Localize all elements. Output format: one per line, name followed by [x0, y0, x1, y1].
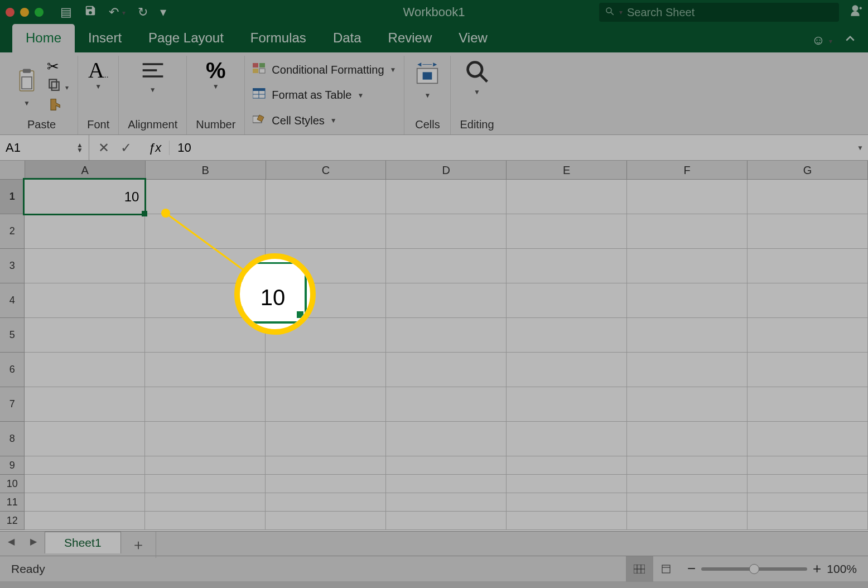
cell-D3[interactable] — [386, 249, 507, 283]
cell-C9[interactable] — [266, 456, 386, 475]
cell-D5[interactable] — [386, 318, 507, 353]
add-sheet-button[interactable]: ＋ — [121, 532, 156, 558]
cell-E5[interactable] — [507, 318, 627, 353]
cell-E3[interactable] — [507, 249, 627, 283]
spreadsheet-grid[interactable]: A B C D E F G 11023456789101112 — [0, 161, 868, 531]
row-header-4[interactable]: 4 — [0, 283, 25, 318]
cell-C10[interactable] — [266, 475, 386, 493]
cell-F1[interactable] — [627, 180, 748, 214]
column-header-A[interactable]: A — [25, 161, 146, 179]
expand-formula-bar-icon[interactable]: ▼ — [852, 144, 868, 152]
formula-input[interactable]: 10 — [170, 141, 852, 155]
cell-G8[interactable] — [748, 422, 868, 456]
zoom-in-button[interactable]: + — [813, 560, 821, 577]
tab-review[interactable]: Review — [375, 24, 446, 52]
cell-C7[interactable] — [266, 387, 386, 422]
cell-D1[interactable] — [386, 180, 507, 214]
copy-icon[interactable]: ▾ — [47, 77, 69, 94]
number-button[interactable]: %▼ — [206, 59, 226, 90]
cell-D11[interactable] — [386, 493, 507, 512]
cell-C6[interactable] — [266, 353, 386, 387]
cancel-formula-icon[interactable]: ✕ — [98, 140, 109, 156]
cell-G10[interactable] — [748, 475, 868, 493]
row-header-2[interactable]: 2 — [0, 214, 25, 249]
zoom-window-icon[interactable] — [35, 8, 44, 17]
zoom-out-button[interactable]: − — [687, 560, 696, 577]
cell-B9[interactable] — [145, 456, 266, 475]
cell-C11[interactable] — [266, 493, 386, 512]
cell-E10[interactable] — [507, 475, 627, 493]
cell-F7[interactable] — [627, 387, 748, 422]
cell-A10[interactable] — [25, 475, 145, 493]
cell-F4[interactable] — [627, 283, 748, 318]
row-header-12[interactable]: 12 — [0, 512, 25, 530]
cell-F9[interactable] — [627, 456, 748, 475]
insert-function-icon[interactable]: ƒx — [141, 141, 170, 155]
emoji-feedback-icon[interactable]: ☺ ▾ — [812, 32, 832, 48]
cell-B11[interactable] — [145, 493, 266, 512]
sheet-nav-next-icon[interactable]: ▶ — [22, 532, 45, 551]
tab-view[interactable]: View — [445, 24, 501, 52]
cell-B8[interactable] — [145, 422, 266, 456]
zoom-slider[interactable] — [701, 567, 807, 571]
close-window-icon[interactable] — [6, 8, 15, 17]
search-dropdown-icon[interactable]: ▾ — [619, 8, 623, 16]
cell-B7[interactable] — [145, 387, 266, 422]
cell-A2[interactable] — [25, 214, 145, 249]
cell-F12[interactable] — [627, 512, 748, 530]
autosave-icon[interactable]: ▤ — [60, 5, 72, 20]
save-icon[interactable] — [84, 4, 97, 20]
cell-E6[interactable] — [507, 353, 627, 387]
cell-G11[interactable] — [748, 493, 868, 512]
cells-button[interactable]: ◄──► ▼ — [413, 59, 441, 99]
cell-F10[interactable] — [627, 475, 748, 493]
cell-D10[interactable] — [386, 475, 507, 493]
cell-A1[interactable]: 10 — [25, 180, 145, 214]
cell-G7[interactable] — [748, 387, 868, 422]
cell-G6[interactable] — [748, 353, 868, 387]
cell-G9[interactable] — [748, 456, 868, 475]
name-box-stepper-icon[interactable]: ▲▼ — [76, 143, 83, 152]
cell-B10[interactable] — [145, 475, 266, 493]
cell-C8[interactable] — [266, 422, 386, 456]
collapse-ribbon-icon[interactable] — [845, 32, 856, 48]
cell-A7[interactable] — [25, 387, 145, 422]
redo-icon[interactable]: ↻ — [138, 5, 148, 20]
cell-F3[interactable] — [627, 249, 748, 283]
cell-A4[interactable] — [25, 283, 145, 318]
cell-G1[interactable] — [748, 180, 868, 214]
cell-G5[interactable] — [748, 318, 868, 353]
row-header-6[interactable]: 6 — [0, 353, 25, 387]
cell-F8[interactable] — [627, 422, 748, 456]
enter-formula-icon[interactable]: ✓ — [120, 140, 132, 156]
search-sheet-input[interactable]: ▾ Search Sheet — [599, 3, 839, 22]
row-header-10[interactable]: 10 — [0, 475, 25, 493]
view-page-layout-icon[interactable] — [653, 556, 679, 582]
row-header-8[interactable]: 8 — [0, 422, 25, 456]
cell-E9[interactable] — [507, 456, 627, 475]
row-header-9[interactable]: 9 — [0, 456, 25, 475]
tab-page-layout[interactable]: Page Layout — [135, 24, 237, 52]
zoom-slider-knob[interactable] — [749, 564, 759, 574]
cell-A3[interactable] — [25, 249, 145, 283]
cell-F11[interactable] — [627, 493, 748, 512]
cell-E12[interactable] — [507, 512, 627, 530]
cell-styles-button[interactable]: Cell Styles ▼ — [253, 110, 336, 131]
cell-D2[interactable] — [386, 214, 507, 249]
cell-A8[interactable] — [25, 422, 145, 456]
cell-E4[interactable] — [507, 283, 627, 318]
row-header-11[interactable]: 11 — [0, 493, 25, 512]
row-header-1[interactable]: 1 — [0, 180, 25, 214]
cell-F6[interactable] — [627, 353, 748, 387]
column-header-G[interactable]: G — [748, 161, 868, 179]
select-all-corner[interactable] — [0, 161, 25, 179]
cell-E8[interactable] — [507, 422, 627, 456]
alignment-button[interactable]: ▼ — [141, 59, 165, 94]
tab-formulas[interactable]: Formulas — [237, 24, 320, 52]
cell-A5[interactable] — [25, 318, 145, 353]
font-button[interactable]: A..▼ — [88, 59, 109, 90]
cut-icon[interactable]: ✂ — [47, 59, 69, 74]
row-header-3[interactable]: 3 — [0, 249, 25, 283]
cell-E7[interactable] — [507, 387, 627, 422]
column-header-F[interactable]: F — [627, 161, 748, 179]
